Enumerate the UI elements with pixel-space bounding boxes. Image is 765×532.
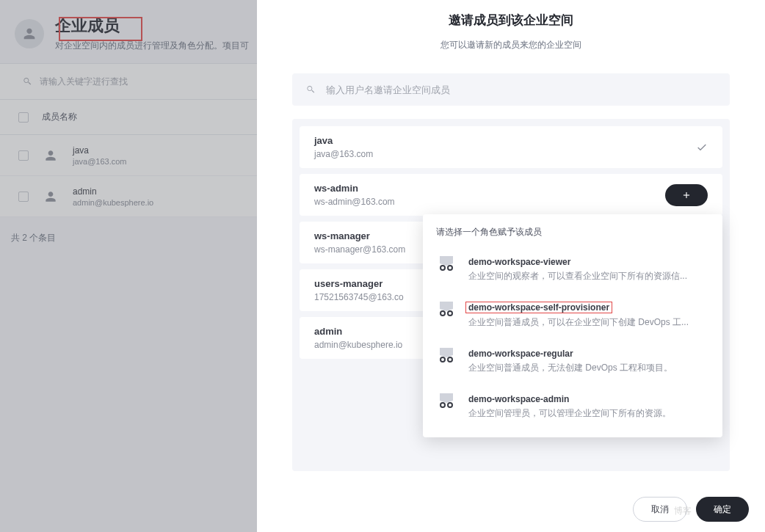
role-option[interactable]: demo-workspace-self-provisioner 企业空间普通成员… (423, 291, 722, 338)
user-search-input[interactable] (326, 84, 717, 95)
role-description: 企业空间普通成员，可以在企业空间下创建 DevOps 工... (468, 316, 709, 329)
role-name: demo-workspace-admin (468, 394, 569, 404)
user-list: java java@163.com ws-admin ws-admin@163.… (292, 119, 730, 471)
confirm-button[interactable]: 确定 (696, 497, 749, 522)
role-description: 企业空间的观察者，可以查看企业空间下所有的资源信... (468, 270, 709, 283)
user-name: admin (314, 326, 402, 337)
role-dropdown-title: 请选择一个角色赋予该成员 (423, 226, 722, 246)
modal-subtitle: 您可以邀请新的成员来您的企业空间 (272, 39, 750, 51)
invite-modal: 邀请成员到该企业空间 您可以邀请新的成员来您的企业空间 java java@16… (257, 0, 765, 532)
modal-header: 邀请成员到该企业空间 您可以邀请新的成员来您的企业空间 (257, 0, 765, 59)
user-email: 17521563745@163.co (314, 292, 404, 302)
role-icon (436, 256, 457, 271)
user-name: java (314, 135, 373, 146)
cancel-button[interactable]: 取消 (633, 497, 687, 522)
role-option[interactable]: demo-workspace-admin 企业空间管理员，可以管理企业空间下所有… (423, 383, 722, 429)
role-name: demo-workspace-viewer (468, 257, 570, 267)
user-name: users-manager (314, 278, 404, 289)
role-icon (436, 302, 457, 316)
modal-footer: 取消 确定 (257, 487, 765, 532)
role-option[interactable]: demo-workspace-viewer 企业空间的观察者，可以查看企业空间下… (423, 246, 722, 291)
user-email: admin@kubesphere.io (314, 340, 402, 350)
modal-body: java java@163.com ws-admin ws-admin@163.… (257, 59, 765, 487)
search-icon (305, 84, 316, 95)
role-option[interactable]: demo-workspace-regular 企业空间普通成员，无法创建 Dev… (423, 338, 722, 383)
user-item[interactable]: java java@163.com (300, 126, 722, 168)
modal-title: 邀请成员到该企业空间 (272, 12, 750, 29)
role-description: 企业空间管理员，可以管理企业空间下所有的资源。 (468, 407, 709, 420)
role-name: demo-workspace-self-provisioner (465, 302, 612, 313)
user-email: ws-admin@163.com (314, 197, 395, 207)
role-description: 企业空间普通成员，无法创建 DevOps 工程和项目。 (468, 362, 709, 374)
add-user-button[interactable] (665, 184, 708, 206)
role-name: demo-workspace-regular (468, 349, 573, 359)
role-dropdown: 请选择一个角色赋予该成员 demo-workspace-viewer 企业空间的… (423, 214, 722, 437)
user-name: ws-admin (314, 183, 395, 194)
role-icon (436, 348, 457, 362)
user-email: ws-manager@163.com (314, 244, 405, 255)
user-item[interactable]: ws-admin ws-admin@163.com (300, 174, 722, 216)
user-search-box[interactable] (292, 73, 730, 106)
user-email: java@163.com (314, 149, 373, 159)
check-icon (696, 142, 708, 153)
user-name: ws-manager (314, 230, 405, 241)
role-icon (436, 393, 457, 408)
